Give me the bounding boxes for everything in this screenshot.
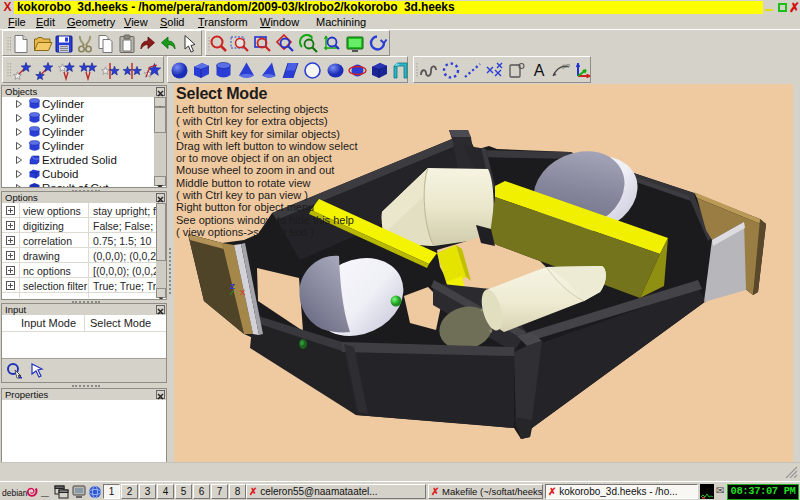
svg-text:A: A <box>534 62 545 79</box>
svg-text:Z: Z <box>230 282 235 291</box>
svg-text:X: X <box>240 288 246 297</box>
svg-text:dim: dim <box>560 61 571 70</box>
